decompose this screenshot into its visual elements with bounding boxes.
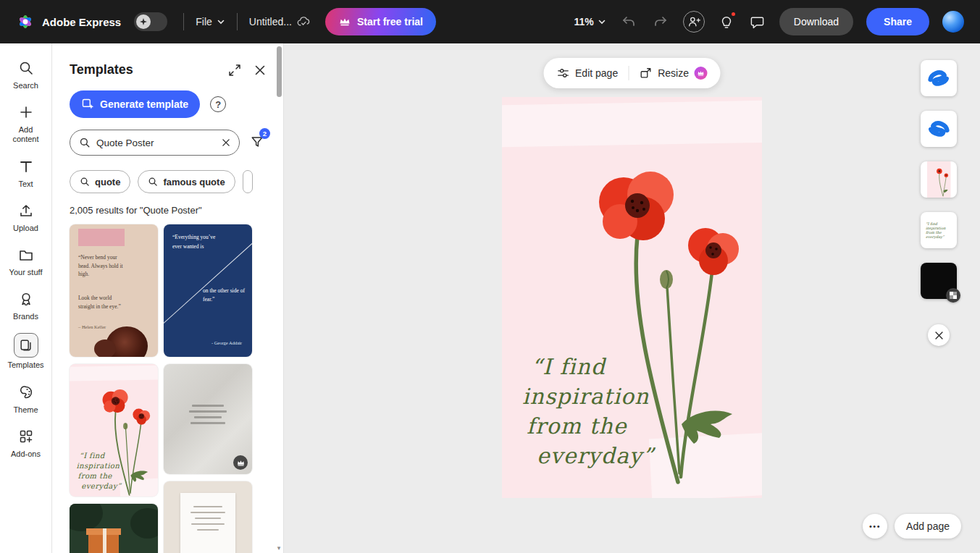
sidebar-item-label: Add-ons [11,449,41,459]
sidebar-item-search[interactable]: Search [1,52,51,96]
more-options-button[interactable]: ••• [863,514,887,539]
start-free-trial-button[interactable]: Start free trial [325,8,436,35]
sidebar-item-upload[interactable]: Upload [1,195,51,239]
thumb-quote-text: “I find inspiration from the everyday” [926,221,945,239]
generate-sparkle-icon [81,98,94,111]
template-search-input[interactable]: Quote Poster [70,130,240,156]
foliage-decor [130,508,158,539]
poster-quote-text: “I find inspiration from the everyday” [77,451,122,491]
foliage-decor [70,504,103,531]
templates-icon [14,333,38,358]
bottom-actions: ••• Add page [863,514,961,539]
scroll-down-arrow[interactable]: ▾ [275,544,282,552]
poppy-poster-thumb [927,161,950,198]
card-attribution: - George Addair [212,340,242,345]
document-title-group[interactable]: Untitled... [249,16,311,28]
sidebar-item-add-ons[interactable]: Add-ons [1,421,51,465]
checkerboard-icon [950,292,957,299]
premium-crown-badge [233,455,248,470]
notifications-button[interactable] [718,12,735,31]
topbar-divider [183,13,184,30]
expand-panel-icon[interactable] [228,64,241,77]
mode-toggle[interactable] [134,12,167,31]
canvas-artboard[interactable]: “I find inspiration from the everyday” [502,97,762,498]
panel-title: Templates [70,62,133,77]
resize-icon [639,67,652,80]
search-chip-partial[interactable] [243,170,253,193]
search-chip-quote[interactable]: quote [70,170,130,193]
filter-count-badge: 2 [259,128,270,139]
brands-badge-icon [14,289,38,309]
suggested-searches: quote famous quote [70,170,266,193]
page-thumbnail-5-black[interactable] [921,263,957,299]
file-menu[interactable]: File [196,16,225,28]
adobe-express-logo-icon[interactable] [16,12,35,31]
topbar: Adobe Express File Untitled... [0,0,980,43]
app-name: Adobe Express [42,16,121,28]
sidebar-item-templates[interactable]: Templates [1,327,51,376]
poppy-illustration [927,161,950,198]
zoom-control[interactable]: 11% [574,16,606,28]
adobe-express-app: Adobe Express File Untitled... [0,0,980,553]
add-page-button[interactable]: Add page [895,514,961,539]
sidebar-item-your-stuff[interactable]: Your stuff [1,239,51,283]
text-decor [192,405,224,407]
toolbar-divider [628,66,629,80]
chevron-down-icon [598,17,606,26]
results-count-text: 2,005 results for "Quote Poster" [70,205,266,216]
comments-button[interactable] [748,13,766,30]
search-icon [79,137,91,148]
page-thumbnail-4-quote[interactable]: “I find inspiration from the everyday” [921,212,957,248]
page-thumbnail-1[interactable] [921,60,957,96]
template-card-holiday-gifts[interactable] [70,504,158,553]
page-thumbnails: “I find inspiration from the everyday” [920,60,958,346]
sidebar-item-brands[interactable]: Brands [1,283,51,327]
text-decor [189,410,227,413]
download-button[interactable]: Download [779,8,853,35]
account-avatar[interactable] [942,11,964,33]
chip-label: quote [95,177,120,187]
generate-template-label: Generate template [100,98,188,110]
panel-scrollbar[interactable] [277,46,282,97]
flower-decor [106,326,148,357]
text-decor [195,518,221,519]
edit-page-button[interactable]: Edit page [556,67,618,80]
generate-template-button[interactable]: Generate template [70,90,200,118]
poster-quote-line: “I find [531,352,654,381]
sidebar-item-theme[interactable]: Theme [1,376,51,421]
text-decor [190,512,225,513]
edit-page-label: Edit page [575,67,618,79]
page-thumbnail-2[interactable] [921,111,957,147]
text-decor [190,422,225,424]
resize-button[interactable]: Resize [639,67,708,80]
template-card-poppy-inspiration[interactable]: “I find inspiration from the everyday” [70,364,158,497]
poster-quote-text: “I find inspiration from the everyday” [522,352,654,470]
share-button[interactable]: Share [866,8,929,35]
filter-button[interactable]: 2 [248,133,266,153]
undo-icon [621,14,637,29]
theme-palette-icon [14,382,38,402]
sidebar-item-text[interactable]: Text [1,151,51,195]
templates-panel: Templates Generate template [52,43,284,553]
undo-button[interactable] [619,13,638,30]
panel-header: Templates [70,62,266,77]
page-thumbnail-3-poppy[interactable] [921,161,957,198]
close-page-selection-button[interactable] [928,324,950,346]
close-panel-icon[interactable] [254,64,266,76]
template-card-george-addair[interactable]: “Everything you’ve ever wanted is on the… [164,224,252,357]
redo-button[interactable] [651,13,670,30]
sidebar-item-add-content[interactable]: Add content [1,96,51,150]
template-card-helen-keller[interactable]: “Never bend your head. Always hold it hi… [70,224,158,357]
text-decor [191,523,225,525]
clear-search-icon[interactable] [222,138,230,147]
poppy-poster-design: “I find inspiration from the everyday” [502,97,762,498]
template-card-marble-quote[interactable] [164,364,252,474]
page-toolbar: Edit page Resize [543,58,721,88]
search-chip-famous-quote[interactable]: famous quote [138,170,235,193]
help-button[interactable]: ? [210,96,226,112]
cloud-saved-icon [296,16,311,28]
add-collaborator-button[interactable] [683,11,705,33]
add-ons-icon [14,426,38,447]
template-card-beige-letter[interactable] [164,481,252,553]
crown-icon [338,16,351,28]
